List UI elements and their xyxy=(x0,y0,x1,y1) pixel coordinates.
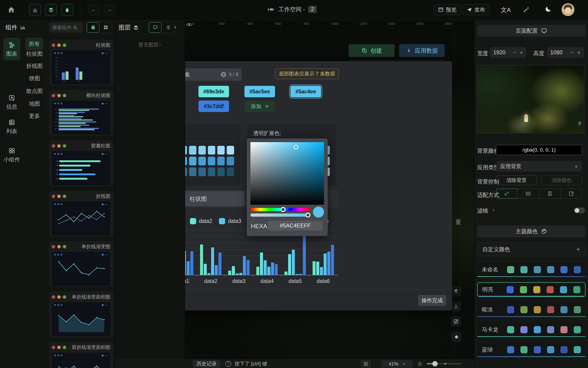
alpha-cursor[interactable] xyxy=(305,212,310,218)
width-minus-button[interactable]: − xyxy=(513,49,516,56)
preview-button[interactable]: 预览 xyxy=(434,4,461,15)
sv-cursor[interactable] xyxy=(293,145,299,150)
ext-color-swatch[interactable] xyxy=(199,157,206,165)
box-view-button[interactable] xyxy=(87,22,99,33)
component-card-area[interactable]: 单折线渐变面积图 xyxy=(49,291,113,337)
grid-view-button[interactable] xyxy=(99,22,112,33)
add-color-button[interactable]: 添加+ xyxy=(244,101,275,112)
custom-color-card[interactable]: 自定义颜色 + xyxy=(477,242,586,257)
ext-color-swatch[interactable] xyxy=(185,167,187,176)
theme-row-4[interactable]: 马卡龙 xyxy=(477,322,586,337)
language-icon[interactable]: 文A xyxy=(501,6,511,14)
theme-row-2[interactable]: 明亮 xyxy=(477,282,586,297)
sidebar-item-1[interactable]: 图表 xyxy=(3,38,20,60)
ext-color-swatch[interactable] xyxy=(208,167,215,176)
name-input-group[interactable]: 名称: 未命名 ✕ 3 / 8 xyxy=(185,68,242,81)
saturation-value-area[interactable] xyxy=(250,142,324,205)
ext-color-swatch[interactable] xyxy=(199,146,206,155)
tab-bar-chart[interactable]: 柱状图 xyxy=(185,191,245,206)
ext-color-swatch[interactable] xyxy=(227,146,234,155)
ext-color-swatch[interactable] xyxy=(185,146,187,155)
height-plus-button[interactable]: + xyxy=(577,49,581,56)
color-swatch[interactable]: #5ac4ee xyxy=(290,86,321,97)
category-item-7[interactable]: 更多 xyxy=(23,112,46,120)
category-item-1[interactable]: 所有 xyxy=(25,37,43,50)
fit-full-button[interactable] xyxy=(561,189,582,199)
color-swatch[interactable]: #5ac5ee xyxy=(244,86,275,97)
zoom-select[interactable]: 41% ∨ xyxy=(381,360,413,368)
ext-color-swatch[interactable] xyxy=(208,146,215,155)
theme-color-header[interactable]: 主题颜色 xyxy=(477,225,586,237)
width-input[interactable]: 1920 −+ xyxy=(490,47,526,58)
drop-tool-button[interactable] xyxy=(61,4,73,16)
hexa-input[interactable]: #5AC4EEFF xyxy=(268,221,323,230)
height-input[interactable]: 1080 −+ xyxy=(547,47,584,58)
ext-color-swatch[interactable] xyxy=(227,157,234,165)
component-card-line1[interactable]: 单折线渐变图 xyxy=(49,241,113,287)
background-preview-image[interactable]: 夏 xyxy=(477,65,584,133)
category-item-4[interactable]: 饼图 xyxy=(23,75,46,82)
download-tool-button[interactable] xyxy=(451,302,461,311)
redo-button[interactable]: → xyxy=(104,4,115,15)
page-config-header[interactable]: 页面配置 xyxy=(477,25,586,37)
hue-slider[interactable] xyxy=(250,208,310,211)
layers-tool-button[interactable] xyxy=(45,4,57,16)
search-input[interactable]: 搜索组件 xyxy=(49,22,83,33)
color-swatch[interactable]: #69e3de xyxy=(199,86,229,97)
chevron-right-icon[interactable]: › xyxy=(493,207,494,213)
filter-toggle[interactable] xyxy=(574,207,585,213)
category-item-3[interactable]: 折线图 xyxy=(23,62,46,70)
legend-item[interactable]: data3 xyxy=(219,218,241,224)
done-button[interactable]: 操作完成 xyxy=(418,295,446,306)
ext-color-swatch[interactable] xyxy=(199,167,206,176)
bg-color-value[interactable]: rgba(0, 0, 0, 1) xyxy=(496,145,582,155)
sidebar-item-4[interactable]: 小组件 xyxy=(3,147,20,163)
height-minus-button[interactable]: − xyxy=(570,49,574,56)
chart-tool-button[interactable] xyxy=(29,4,41,16)
fit-auto-button[interactable] xyxy=(496,189,517,199)
ext-color-swatch[interactable] xyxy=(189,146,196,155)
theme-row-1[interactable]: 未命名 xyxy=(477,262,586,277)
home-icon[interactable] xyxy=(7,6,15,14)
hue-cursor[interactable] xyxy=(280,207,286,212)
component-card-hbar[interactable]: 横向柱状图SunSatFriThuWedTueMon xyxy=(49,90,113,136)
category-item-2[interactable]: 柱状图 xyxy=(23,50,46,57)
sidebar-item-2[interactable]: 信息 xyxy=(3,94,20,110)
ext-color-swatch[interactable] xyxy=(227,167,234,176)
width-plus-button[interactable]: + xyxy=(520,49,523,56)
theme-row-5[interactable]: 蓝绿 xyxy=(477,342,586,357)
legend-item[interactable]: data2 xyxy=(190,218,212,224)
unlock-icon[interactable] xyxy=(418,361,422,367)
settings-tool-button[interactable] xyxy=(451,332,461,341)
component-card-bar[interactable]: 柱状图350300250200150100500MonTue xyxy=(49,40,113,86)
fit-height-button[interactable] xyxy=(539,189,561,199)
eye-icon[interactable] xyxy=(186,22,192,27)
dark-mode-icon[interactable] xyxy=(544,6,552,13)
apply-data-button[interactable]: 应用数据 xyxy=(399,44,445,57)
fit-width-button[interactable] xyxy=(517,189,539,199)
help-icon[interactable]: ? xyxy=(225,361,231,367)
history-button[interactable]: 历史记录 xyxy=(193,360,220,368)
undo-button[interactable]: ← xyxy=(88,4,99,15)
name-value[interactable]: 未命名 xyxy=(185,71,190,78)
magic-wand-icon[interactable] xyxy=(523,6,530,13)
clear-background-button[interactable]: 清除背景 xyxy=(496,175,537,185)
color-swatch[interactable]: #3c7ddf xyxy=(199,101,229,112)
edit-tool-button[interactable] xyxy=(451,317,461,326)
list-view-button[interactable] xyxy=(162,22,174,33)
add-custom-color-icon[interactable]: + xyxy=(576,245,580,253)
app-type-select[interactable]: 应用背景 ∨ xyxy=(496,161,582,172)
publish-button[interactable]: 发布 xyxy=(462,4,489,15)
component-card-area2[interactable]: 双折线渐变面积图 xyxy=(49,342,113,368)
clear-color-button[interactable]: 清除颜色 xyxy=(541,175,582,185)
alpha-slider[interactable] xyxy=(250,213,310,217)
notes-button[interactable] xyxy=(361,360,371,368)
ext-color-swatch[interactable] xyxy=(217,167,225,176)
avatar[interactable] xyxy=(561,3,574,16)
hand-tool-button[interactable] xyxy=(451,286,461,296)
category-item-5[interactable]: 散点图 xyxy=(23,87,46,95)
theme-row-3[interactable]: 暗淡 xyxy=(477,302,586,317)
zoom-slider[interactable] xyxy=(427,363,461,364)
monitor-view-button[interactable] xyxy=(149,22,162,33)
clear-name-icon[interactable]: ✕ xyxy=(221,72,226,77)
